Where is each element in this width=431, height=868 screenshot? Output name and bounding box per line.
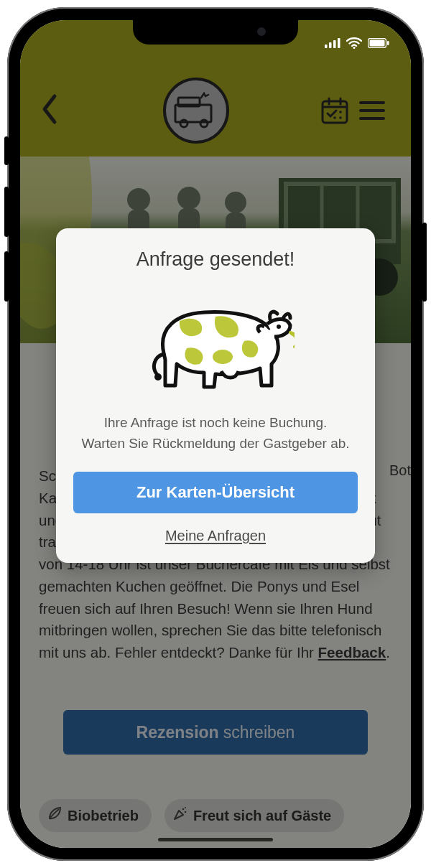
notch	[133, 20, 298, 45]
cow-illustration	[73, 282, 358, 412]
to-map-overview-button[interactable]: Zur Karten-Übersicht	[73, 472, 358, 513]
volume-up	[4, 187, 9, 237]
home-indicator[interactable]	[158, 838, 273, 841]
svg-rect-3	[338, 38, 340, 48]
mute-switch	[4, 136, 9, 165]
svg-rect-7	[387, 41, 389, 45]
svg-rect-0	[325, 45, 328, 48]
request-sent-modal: Anfrage gesendet!	[56, 228, 375, 563]
my-requests-link[interactable]: Meine Anfragen	[165, 528, 266, 543]
svg-point-38	[154, 373, 162, 381]
svg-point-4	[353, 47, 356, 49]
volume-down	[4, 251, 9, 302]
battery-icon	[368, 38, 389, 48]
svg-rect-1	[329, 42, 332, 48]
screen: Schule am Dorfrand von Wolfsdorf, noch h…	[20, 20, 411, 848]
cellular-icon	[325, 38, 340, 48]
svg-rect-6	[370, 40, 385, 47]
modal-body: Ihre Anfrage ist noch keine Buchung. War…	[73, 412, 358, 454]
modal-title: Anfrage gesendet!	[73, 248, 358, 271]
svg-point-37	[213, 350, 233, 364]
svg-rect-2	[333, 40, 336, 48]
svg-point-36	[277, 325, 281, 329]
wifi-icon	[346, 37, 362, 49]
phone-frame: Schule am Dorfrand von Wolfsdorf, noch h…	[7, 7, 424, 861]
power-button	[422, 223, 427, 302]
